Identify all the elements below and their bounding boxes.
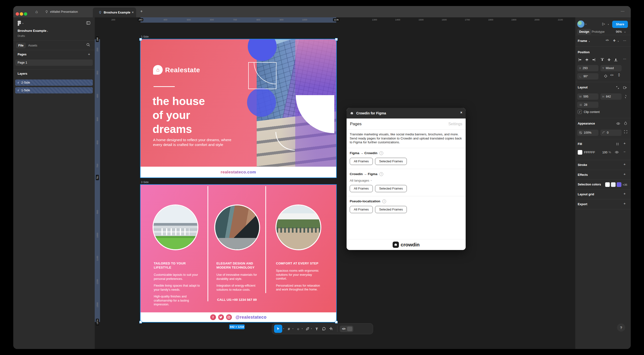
fill-opacity-value[interactable]: 100 [602,151,607,154]
eye-icon[interactable] [616,122,620,125]
fill-hex-value[interactable]: FFFFFF [584,151,595,154]
all-frames-button[interactable]: All Frames [350,158,373,165]
close-tab-icon[interactable]: × [132,10,134,14]
add-auto-layout-icon[interactable] [623,86,627,90]
help-icon[interactable]: ? [382,199,386,203]
tab-settings[interactable]: Settings [448,122,462,126]
chevron-down-icon[interactable]: ▾ [302,328,303,330]
align-top-icon[interactable] [600,58,604,62]
align-bottom-icon[interactable] [614,58,618,62]
chevron-down-icon[interactable]: ▾ [311,328,312,330]
pen-tool-button[interactable] [304,325,311,333]
add-stroke-icon[interactable]: + [624,162,626,166]
align-right-icon[interactable] [592,58,596,62]
all-frames-button[interactable]: All Frames [350,206,373,213]
clip-content-checkbox[interactable]: ✓ [578,110,582,114]
selected-frames-button[interactable]: Selected Frames [375,206,407,213]
shape-tool-button[interactable]: ○ [294,325,302,333]
selection-handle[interactable] [139,38,142,41]
flip-vertical-icon[interactable]: ▸|◂ [618,73,620,76]
chevron-down-icon[interactable]: ▾ [624,31,626,33]
search-icon[interactable] [86,43,90,47]
flip-horizontal-icon[interactable]: ▸|◂ [610,74,613,76]
chevron-down-icon[interactable]: ▾ [22,22,24,24]
add-page-icon[interactable]: + [88,52,90,56]
panel-toggle-icon[interactable] [86,21,90,25]
selected-frames-button[interactable]: Selected Frames [375,158,407,165]
width-input[interactable]: W595 [577,93,598,100]
share-button[interactable]: Share [612,21,628,28]
clip-content-label[interactable]: Clip content [584,110,600,114]
add-fill-icon[interactable]: + [624,141,626,145]
selection-color-swatch[interactable] [605,182,610,187]
layer-item-2-side[interactable]: # 2-Side [15,79,93,86]
avatar[interactable] [577,20,584,28]
dev-mode-toggle[interactable]: </> [340,326,353,332]
chevron-down-icon[interactable]: ▾ [618,40,619,42]
chevron-down-icon[interactable]: ▾ [586,23,586,25]
close-window-button[interactable] [16,12,19,16]
rotation-input[interactable]: ∟90° [577,73,598,79]
y-position-input[interactable]: YMixed [600,65,622,71]
chevron-down-icon[interactable]: ▾ [608,23,609,25]
opacity-input[interactable]: 100% [577,130,598,136]
selection-handle[interactable] [335,38,338,41]
independent-corners-icon[interactable] [624,130,627,133]
selection-type-label[interactable]: Frame [578,39,587,43]
align-horizontal-center-icon[interactable] [585,58,589,62]
selection-handle[interactable] [139,321,142,324]
comment-tool-button[interactable] [320,325,328,333]
blend-droplet-icon[interactable] [624,121,627,125]
tab-prototype[interactable]: Prototype [592,30,605,33]
tab-file[interactable]: File [16,43,26,48]
help-icon[interactable]: ? [379,172,383,176]
chevron-down-icon[interactable]: ▾ [292,328,294,330]
more-align-icon[interactable]: ⋯ [623,57,626,61]
tab-design[interactable]: Design [577,29,591,35]
new-tab-button[interactable]: + [140,9,143,14]
align-vertical-center-icon[interactable] [607,58,611,62]
fill-color-swatch[interactable] [578,150,582,155]
zoom-level[interactable]: 96% [616,30,622,33]
height-input[interactable]: H842 [600,93,622,100]
code-icon[interactable]: </> [606,39,609,41]
figma-logo-icon[interactable] [18,21,21,26]
help-icon[interactable]: ? [379,151,383,155]
chevron-down-icon[interactable]: ▾ [589,40,590,43]
selection-colors-more[interactable]: +36 [622,183,627,186]
selected-frames-button[interactable]: Selected Frames [375,185,407,192]
chevron-down-icon[interactable]: ▾ [47,30,48,32]
tab-ewallet-presentation[interactable]: eWallet Presentation [42,6,81,17]
minimize-window-button[interactable] [20,12,23,16]
add-export-icon[interactable]: + [624,201,626,205]
frame2-label[interactable]: 2-Side [141,181,149,184]
tab-broshure-example[interactable]: Broshure Example × [93,7,136,17]
page-item-page1[interactable]: Page 1 [15,59,93,66]
corner-radius-input[interactable]: 0 [600,130,622,136]
layer-item-1-side[interactable]: # 1-Side [15,87,93,93]
all-frames-button[interactable]: All Frames [350,185,373,192]
dialog-titlebar[interactable]: Crowdin for Figma × [346,108,466,118]
add-layout-grid-icon[interactable]: + [624,191,626,196]
actions-tool-button[interactable] [328,325,335,333]
styles-icon[interactable] [616,142,619,146]
present-play-icon[interactable]: ▷ [602,22,605,26]
frame-1-side[interactable]: ⌂ Realestate the house of your dreams A … [140,39,336,177]
align-left-icon[interactable] [578,58,582,62]
rotate-icon[interactable] [604,74,608,78]
close-icon[interactable]: × [460,110,462,114]
zoom-window-button[interactable] [24,12,27,16]
component-icon[interactable]: ❖ [613,39,616,42]
tab-assets[interactable]: Assets [28,44,37,47]
frame1-label[interactable]: 1-Side [141,35,149,38]
file-location[interactable]: Drafts [18,34,25,37]
home-icon[interactable]: ⌂ [33,8,40,15]
languages-dropdown[interactable]: All languages ▾ [350,179,462,182]
file-name[interactable]: Broshure Example [18,29,46,32]
text-tool-button[interactable]: T [313,325,320,333]
move-tool-button[interactable] [274,325,282,333]
chevron-down-icon[interactable]: ▾ [283,328,284,330]
canvas[interactable]: 2002934005006007008009001000113513001400… [95,17,575,349]
frame-2-side[interactable]: TAILORED TO YOUR LIFESTYLE Customizable … [140,185,336,322]
selection-color-swatch[interactable] [611,182,616,187]
